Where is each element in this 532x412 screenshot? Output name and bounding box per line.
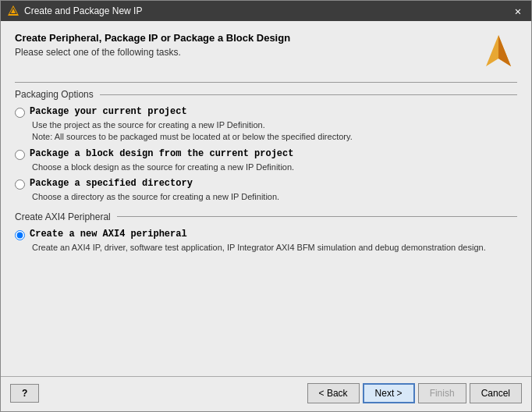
back-button[interactable]: < Back bbox=[307, 383, 360, 403]
specified-text: specified bbox=[282, 132, 315, 141]
finish-button[interactable]: Finish bbox=[418, 383, 466, 403]
axi4-option-1-row: Create a new AXI4 peripheral bbox=[15, 229, 517, 240]
header-text: Create Peripheral, Package IP or Package… bbox=[15, 32, 290, 58]
axi4-header: Create AXI4 Peripheral bbox=[15, 211, 517, 222]
the-text: the bbox=[133, 162, 144, 172]
help-button[interactable]: ? bbox=[10, 384, 39, 403]
packaging-option-3-row: Package a specified directory bbox=[15, 178, 517, 190]
packaging-option-1-desc: Use the project as the source for creati… bbox=[32, 119, 517, 144]
footer-right: < Back Next > Finish Cancel bbox=[307, 383, 522, 403]
axi4-label: Create AXI4 Peripheral bbox=[15, 211, 111, 222]
axi4-option-1-label[interactable]: Create a new AXI4 peripheral bbox=[30, 229, 187, 240]
choose-text: Choose bbox=[32, 162, 62, 172]
main-content: Create Peripheral, Package IP or Package… bbox=[1, 21, 531, 376]
packaging-option-1-radio[interactable] bbox=[15, 108, 25, 118]
header-section: Create Peripheral, Package IP or Package… bbox=[15, 32, 517, 69]
packaging-divider bbox=[100, 94, 517, 95]
titlebar-title: Create and Package New IP bbox=[24, 5, 511, 16]
page-heading: Create Peripheral, Package IP or Package… bbox=[15, 32, 290, 44]
packaging-option-2-row: Package a block design from the current … bbox=[15, 148, 517, 160]
logo-icon bbox=[480, 32, 517, 69]
packaging-option-2-desc: Choose a block design as the source for … bbox=[32, 162, 517, 173]
packaging-option-3-radio[interactable] bbox=[15, 179, 25, 190]
packaging-options-label: Packaging Options bbox=[15, 89, 94, 100]
titlebar-icon bbox=[7, 5, 20, 17]
definition-text-1: Definition bbox=[256, 162, 292, 172]
axi4-options-group: Create a new AXI4 peripheral Create an A… bbox=[15, 229, 517, 258]
axi4-divider bbox=[117, 216, 517, 217]
packaging-options-group: Package your current project Use the pro… bbox=[15, 106, 517, 208]
axi4-option-1-desc: Create an AXI4 IP, driver, software test… bbox=[32, 242, 517, 254]
titlebar: Create and Package New IP ✕ bbox=[1, 1, 531, 21]
footer-left: ? bbox=[10, 384, 39, 403]
footer: ? < Back Next > Finish Cancel bbox=[1, 376, 531, 411]
main-window: Create and Package New IP ✕ Create Perip… bbox=[0, 0, 532, 412]
packaging-option-2-radio[interactable] bbox=[15, 150, 25, 160]
packaging-option-3-label[interactable]: Package a specified directory bbox=[30, 178, 193, 189]
packaging-option-1-label[interactable]: Package your current project bbox=[30, 106, 187, 117]
packaging-option-3-desc: Choose a directory as the source for cre… bbox=[32, 191, 517, 203]
page-subtext: Please select one of the following tasks… bbox=[15, 47, 290, 58]
packaging-option-1-row: Package your current project bbox=[15, 106, 517, 118]
top-separator bbox=[15, 82, 517, 83]
close-button[interactable]: ✕ bbox=[511, 4, 525, 18]
next-button[interactable]: Next > bbox=[363, 383, 415, 403]
cancel-button[interactable]: Cancel bbox=[470, 383, 522, 403]
packaging-option-2-label[interactable]: Package a block design from the current … bbox=[30, 148, 293, 159]
svg-marker-4 bbox=[498, 35, 511, 66]
packaging-options-header: Packaging Options bbox=[15, 89, 517, 100]
axi4-option-1-radio[interactable] bbox=[15, 230, 25, 240]
